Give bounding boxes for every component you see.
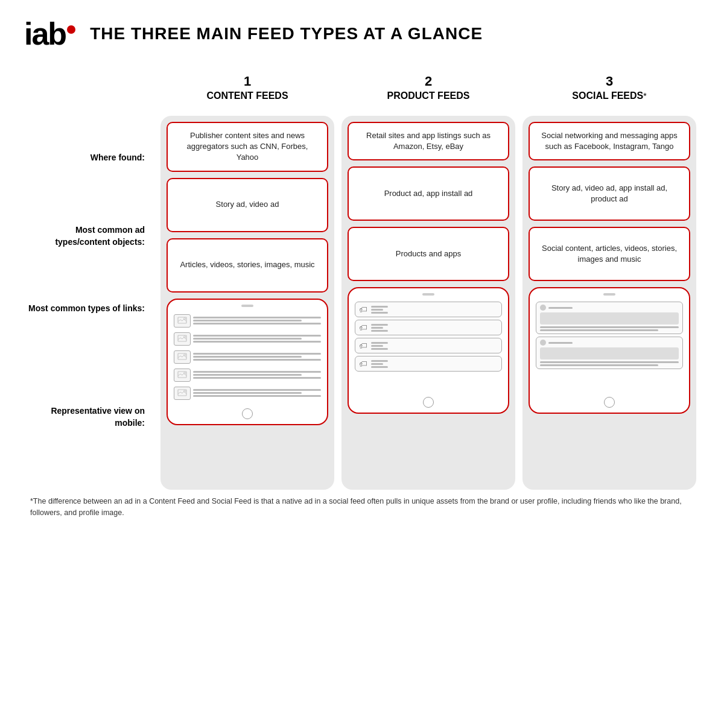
text-line <box>193 341 321 343</box>
social-item <box>536 337 683 369</box>
label-link-types: Most common types of links: <box>24 273 157 345</box>
phone-home-button <box>423 397 434 408</box>
text-lines <box>193 335 321 343</box>
where-found-box: Publisher content sites and news aggrega… <box>167 122 328 172</box>
phone-mockup <box>167 299 328 425</box>
text-line <box>540 364 658 366</box>
price-lines <box>371 360 388 368</box>
tag-icon: 🏷 <box>359 341 367 350</box>
product-item: 🏷 <box>355 356 502 372</box>
svg-point-1 <box>184 318 186 320</box>
text-line <box>193 338 302 340</box>
content-feed-row <box>174 313 321 329</box>
label-where-found: Where found: <box>24 116 157 200</box>
social-header <box>540 340 679 346</box>
content-feed-row <box>174 331 321 347</box>
col-name: CONTENT FEEDS <box>169 90 326 101</box>
price-line <box>371 342 388 344</box>
link-types-box: Products and apps <box>348 227 509 281</box>
product-item: 🏷 <box>355 302 502 317</box>
social-header <box>540 305 679 311</box>
price-line <box>371 324 388 326</box>
price-line <box>371 306 388 308</box>
content-feed-row <box>174 385 321 401</box>
text-line <box>540 326 679 328</box>
feed-column-product: Retail sites and app listings such as Am… <box>341 116 515 490</box>
phone-screen-content: 🏷 🏷 🏷 🏷 <box>352 300 504 392</box>
price-line <box>371 312 388 314</box>
phone-speaker <box>241 305 253 307</box>
svg-point-5 <box>184 354 186 356</box>
name-line <box>548 307 573 309</box>
text-line <box>193 389 321 391</box>
text-line <box>193 335 321 337</box>
image-placeholder <box>174 387 191 400</box>
logo-text: iab <box>24 16 66 51</box>
image-placeholder <box>174 332 191 346</box>
price-line <box>371 348 388 350</box>
price-line <box>371 330 388 332</box>
phone-mockup: 🏷 🏷 🏷 🏷 <box>348 287 509 414</box>
svg-point-3 <box>184 336 186 338</box>
logo-dot <box>67 25 75 34</box>
text-lines <box>193 389 321 397</box>
where-found-box: Social networking and messaging apps suc… <box>529 122 690 160</box>
price-line <box>371 366 388 368</box>
text-line <box>193 377 321 379</box>
col-num: 2 <box>350 74 507 89</box>
feed-column-content: Publisher content sites and news aggrega… <box>160 116 334 490</box>
ad-types-box: Product ad, app install ad <box>348 166 509 221</box>
col-name: PRODUCT FEEDS <box>350 90 507 101</box>
text-line <box>540 361 679 363</box>
price-lines <box>371 324 388 332</box>
image-placeholder <box>174 314 191 328</box>
phone-screen-content <box>171 312 323 404</box>
text-line <box>193 323 321 324</box>
image-placeholder <box>174 350 191 364</box>
text-line <box>193 374 302 376</box>
text-line <box>193 392 302 394</box>
price-lines <box>371 342 388 350</box>
text-line <box>540 329 658 331</box>
price-line <box>371 327 383 329</box>
col-header-content: 1 CONTENT FEEDS <box>157 68 338 111</box>
text-line <box>193 395 321 397</box>
product-item: 🏷 <box>355 320 502 335</box>
phone-home-button <box>242 408 253 419</box>
social-text <box>540 326 679 331</box>
row-labels-column: Where found: Most common ad types/conten… <box>24 116 157 490</box>
col-header-product: 2 PRODUCT FEEDS <box>338 68 519 111</box>
social-image <box>540 347 679 359</box>
social-item <box>536 302 683 334</box>
image-placeholder <box>174 369 191 382</box>
price-line <box>371 360 388 362</box>
ad-types-box: Story ad, video ad, app install ad, prod… <box>529 166 690 221</box>
phone-speaker <box>422 293 434 296</box>
social-image <box>540 312 679 324</box>
avatar <box>540 305 546 311</box>
text-line <box>193 320 302 321</box>
name-line <box>548 342 573 344</box>
text-line <box>193 317 321 318</box>
col-header-social: 3 SOCIAL FEEDS* <box>519 68 700 111</box>
content-feed-row <box>174 367 321 383</box>
svg-point-7 <box>184 372 186 374</box>
tag-icon: 🏷 <box>359 323 367 332</box>
price-lines <box>371 306 388 314</box>
text-line <box>193 356 302 358</box>
main-content: 1 CONTENT FEEDS 2 PRODUCT FEEDS 3 SOCIAL… <box>24 68 700 490</box>
phone-screen-content <box>533 300 685 392</box>
text-lines <box>193 317 321 324</box>
where-found-box: Retail sites and app listings such as Am… <box>348 122 509 160</box>
ad-types-box: Story ad, video ad <box>167 178 328 232</box>
col-num: 3 <box>531 74 688 89</box>
page-header: iab THE THREE MAIN FEED TYPES AT A GLANC… <box>24 18 700 49</box>
price-line <box>371 345 383 347</box>
footer-note: *The difference between an ad in a Conte… <box>24 496 700 519</box>
social-text <box>540 361 679 366</box>
text-line <box>193 371 321 373</box>
text-line <box>193 353 321 355</box>
text-lines <box>193 353 321 361</box>
feed-column-social: Social networking and messaging apps suc… <box>522 116 696 490</box>
text-lines <box>193 371 321 379</box>
